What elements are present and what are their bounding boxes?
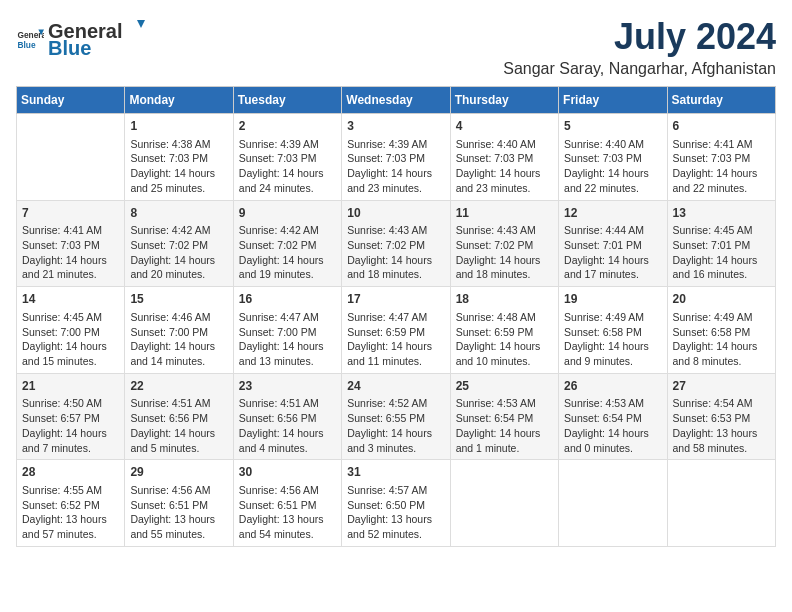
day-info: Sunrise: 4:54 AM Sunset: 6:53 PM Dayligh… xyxy=(673,396,770,455)
calendar-cell: 8Sunrise: 4:42 AM Sunset: 7:02 PM Daylig… xyxy=(125,200,233,287)
calendar-cell: 13Sunrise: 4:45 AM Sunset: 7:01 PM Dayli… xyxy=(667,200,775,287)
day-number: 6 xyxy=(673,118,770,135)
calendar-header-thursday: Thursday xyxy=(450,87,558,114)
calendar-cell xyxy=(667,460,775,547)
calendar-cell: 18Sunrise: 4:48 AM Sunset: 6:59 PM Dayli… xyxy=(450,287,558,374)
calendar-cell: 19Sunrise: 4:49 AM Sunset: 6:58 PM Dayli… xyxy=(559,287,667,374)
day-info: Sunrise: 4:47 AM Sunset: 7:00 PM Dayligh… xyxy=(239,310,336,369)
calendar-header-row: SundayMondayTuesdayWednesdayThursdayFrid… xyxy=(17,87,776,114)
calendar-header-friday: Friday xyxy=(559,87,667,114)
calendar-cell: 4Sunrise: 4:40 AM Sunset: 7:03 PM Daylig… xyxy=(450,114,558,201)
day-number: 25 xyxy=(456,378,553,395)
day-info: Sunrise: 4:50 AM Sunset: 6:57 PM Dayligh… xyxy=(22,396,119,455)
calendar-cell: 14Sunrise: 4:45 AM Sunset: 7:00 PM Dayli… xyxy=(17,287,125,374)
calendar-cell: 17Sunrise: 4:47 AM Sunset: 6:59 PM Dayli… xyxy=(342,287,450,374)
day-number: 28 xyxy=(22,464,119,481)
day-number: 11 xyxy=(456,205,553,222)
calendar-cell: 2Sunrise: 4:39 AM Sunset: 7:03 PM Daylig… xyxy=(233,114,341,201)
day-number: 20 xyxy=(673,291,770,308)
main-title: July 2024 xyxy=(503,16,776,58)
day-info: Sunrise: 4:52 AM Sunset: 6:55 PM Dayligh… xyxy=(347,396,444,455)
calendar-header-sunday: Sunday xyxy=(17,87,125,114)
calendar-header-saturday: Saturday xyxy=(667,87,775,114)
day-info: Sunrise: 4:56 AM Sunset: 6:51 PM Dayligh… xyxy=(239,483,336,542)
day-info: Sunrise: 4:41 AM Sunset: 7:03 PM Dayligh… xyxy=(22,223,119,282)
day-number: 19 xyxy=(564,291,661,308)
logo: General Blue General Blue xyxy=(16,16,146,60)
calendar-cell xyxy=(450,460,558,547)
calendar-cell: 24Sunrise: 4:52 AM Sunset: 6:55 PM Dayli… xyxy=(342,373,450,460)
day-info: Sunrise: 4:53 AM Sunset: 6:54 PM Dayligh… xyxy=(456,396,553,455)
calendar-cell: 10Sunrise: 4:43 AM Sunset: 7:02 PM Dayli… xyxy=(342,200,450,287)
calendar-cell: 26Sunrise: 4:53 AM Sunset: 6:54 PM Dayli… xyxy=(559,373,667,460)
calendar-cell: 27Sunrise: 4:54 AM Sunset: 6:53 PM Dayli… xyxy=(667,373,775,460)
calendar-cell: 25Sunrise: 4:53 AM Sunset: 6:54 PM Dayli… xyxy=(450,373,558,460)
day-info: Sunrise: 4:53 AM Sunset: 6:54 PM Dayligh… xyxy=(564,396,661,455)
svg-marker-3 xyxy=(137,20,145,28)
day-info: Sunrise: 4:40 AM Sunset: 7:03 PM Dayligh… xyxy=(564,137,661,196)
day-info: Sunrise: 4:43 AM Sunset: 7:02 PM Dayligh… xyxy=(347,223,444,282)
day-info: Sunrise: 4:39 AM Sunset: 7:03 PM Dayligh… xyxy=(239,137,336,196)
calendar-cell: 12Sunrise: 4:44 AM Sunset: 7:01 PM Dayli… xyxy=(559,200,667,287)
day-info: Sunrise: 4:51 AM Sunset: 6:56 PM Dayligh… xyxy=(130,396,227,455)
day-number: 17 xyxy=(347,291,444,308)
calendar-cell: 16Sunrise: 4:47 AM Sunset: 7:00 PM Dayli… xyxy=(233,287,341,374)
day-number: 16 xyxy=(239,291,336,308)
day-info: Sunrise: 4:44 AM Sunset: 7:01 PM Dayligh… xyxy=(564,223,661,282)
title-block: July 2024 Sangar Saray, Nangarhar, Afgha… xyxy=(503,16,776,78)
day-info: Sunrise: 4:51 AM Sunset: 6:56 PM Dayligh… xyxy=(239,396,336,455)
calendar-week-row: 28Sunrise: 4:55 AM Sunset: 6:52 PM Dayli… xyxy=(17,460,776,547)
day-number: 3 xyxy=(347,118,444,135)
day-info: Sunrise: 4:40 AM Sunset: 7:03 PM Dayligh… xyxy=(456,137,553,196)
day-info: Sunrise: 4:46 AM Sunset: 7:00 PM Dayligh… xyxy=(130,310,227,369)
day-number: 5 xyxy=(564,118,661,135)
day-info: Sunrise: 4:38 AM Sunset: 7:03 PM Dayligh… xyxy=(130,137,227,196)
calendar-header-tuesday: Tuesday xyxy=(233,87,341,114)
day-info: Sunrise: 4:48 AM Sunset: 6:59 PM Dayligh… xyxy=(456,310,553,369)
calendar-header-wednesday: Wednesday xyxy=(342,87,450,114)
calendar-body: 1Sunrise: 4:38 AM Sunset: 7:03 PM Daylig… xyxy=(17,114,776,547)
day-number: 24 xyxy=(347,378,444,395)
day-number: 26 xyxy=(564,378,661,395)
day-info: Sunrise: 4:42 AM Sunset: 7:02 PM Dayligh… xyxy=(239,223,336,282)
calendar-header-monday: Monday xyxy=(125,87,233,114)
day-info: Sunrise: 4:55 AM Sunset: 6:52 PM Dayligh… xyxy=(22,483,119,542)
day-info: Sunrise: 4:42 AM Sunset: 7:02 PM Dayligh… xyxy=(130,223,227,282)
day-info: Sunrise: 4:45 AM Sunset: 7:01 PM Dayligh… xyxy=(673,223,770,282)
day-info: Sunrise: 4:41 AM Sunset: 7:03 PM Dayligh… xyxy=(673,137,770,196)
day-number: 8 xyxy=(130,205,227,222)
calendar-cell: 22Sunrise: 4:51 AM Sunset: 6:56 PM Dayli… xyxy=(125,373,233,460)
calendar-week-row: 1Sunrise: 4:38 AM Sunset: 7:03 PM Daylig… xyxy=(17,114,776,201)
calendar-week-row: 14Sunrise: 4:45 AM Sunset: 7:00 PM Dayli… xyxy=(17,287,776,374)
subtitle: Sangar Saray, Nangarhar, Afghanistan xyxy=(503,60,776,78)
calendar-cell: 9Sunrise: 4:42 AM Sunset: 7:02 PM Daylig… xyxy=(233,200,341,287)
day-number: 13 xyxy=(673,205,770,222)
calendar-cell: 5Sunrise: 4:40 AM Sunset: 7:03 PM Daylig… xyxy=(559,114,667,201)
calendar-cell: 29Sunrise: 4:56 AM Sunset: 6:51 PM Dayli… xyxy=(125,460,233,547)
calendar-cell: 20Sunrise: 4:49 AM Sunset: 6:58 PM Dayli… xyxy=(667,287,775,374)
day-info: Sunrise: 4:45 AM Sunset: 7:00 PM Dayligh… xyxy=(22,310,119,369)
calendar-cell: 1Sunrise: 4:38 AM Sunset: 7:03 PM Daylig… xyxy=(125,114,233,201)
day-number: 1 xyxy=(130,118,227,135)
day-number: 2 xyxy=(239,118,336,135)
calendar-cell: 30Sunrise: 4:56 AM Sunset: 6:51 PM Dayli… xyxy=(233,460,341,547)
day-number: 21 xyxy=(22,378,119,395)
day-number: 27 xyxy=(673,378,770,395)
calendar-cell: 23Sunrise: 4:51 AM Sunset: 6:56 PM Dayli… xyxy=(233,373,341,460)
day-number: 30 xyxy=(239,464,336,481)
day-number: 15 xyxy=(130,291,227,308)
day-info: Sunrise: 4:49 AM Sunset: 6:58 PM Dayligh… xyxy=(564,310,661,369)
calendar-cell: 21Sunrise: 4:50 AM Sunset: 6:57 PM Dayli… xyxy=(17,373,125,460)
calendar-table: SundayMondayTuesdayWednesdayThursdayFrid… xyxy=(16,86,776,547)
svg-text:Blue: Blue xyxy=(17,40,35,50)
day-info: Sunrise: 4:57 AM Sunset: 6:50 PM Dayligh… xyxy=(347,483,444,542)
day-number: 23 xyxy=(239,378,336,395)
calendar-cell: 11Sunrise: 4:43 AM Sunset: 7:02 PM Dayli… xyxy=(450,200,558,287)
day-number: 18 xyxy=(456,291,553,308)
logo-icon: General Blue xyxy=(16,24,44,52)
day-info: Sunrise: 4:39 AM Sunset: 7:03 PM Dayligh… xyxy=(347,137,444,196)
day-number: 31 xyxy=(347,464,444,481)
day-number: 29 xyxy=(130,464,227,481)
day-number: 7 xyxy=(22,205,119,222)
day-number: 4 xyxy=(456,118,553,135)
